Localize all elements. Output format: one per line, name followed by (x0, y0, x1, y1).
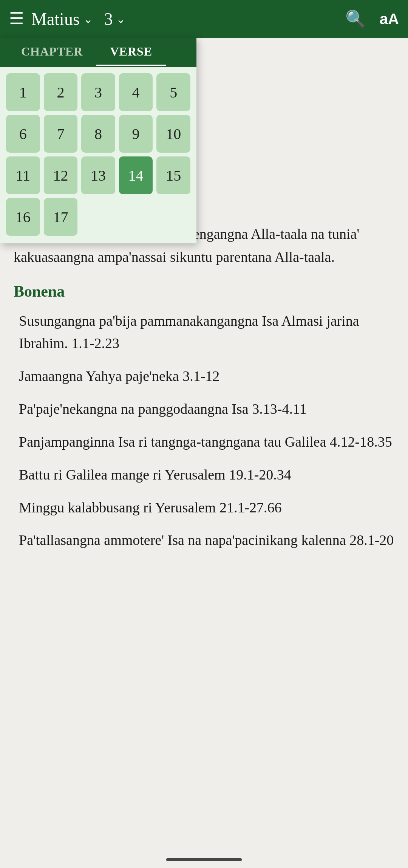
hamburger-icon[interactable]: ☰ (9, 11, 24, 27)
chapter-cell-1[interactable]: 1 (6, 73, 40, 111)
search-icon[interactable]: 🔍 (345, 9, 366, 29)
chapter-verse-dropdown: CHAPTER VERSE 1 2 3 4 5 6 7 8 9 10 11 12… (0, 38, 196, 243)
chapter-cell-13[interactable]: 13 (81, 156, 115, 194)
toc-entry-3: Pa'paje'nekangna na panggodaangna Isa 3.… (14, 398, 394, 420)
chapter-cell-3[interactable]: 3 (81, 73, 115, 111)
chapter-cell-10[interactable]: 10 (156, 115, 190, 153)
tab-chapter[interactable]: CHAPTER (8, 38, 96, 66)
chapter-cell-15[interactable]: 15 (156, 156, 190, 194)
chapter-chevron-icon: ⌄ (116, 12, 125, 26)
toc-entry-7: Pa'tallasangna ammotere' Isa na napa'pac… (14, 529, 394, 551)
chapter-picker: 1 2 3 4 5 6 7 8 9 10 11 12 13 14 15 16 1… (0, 67, 196, 243)
section-heading-bonena: Bonena (14, 279, 394, 304)
toc-entry-5: Battu ri Galilea mange ri Yerusalem 19.1… (14, 464, 394, 486)
chapter-cell-7[interactable]: 7 (44, 115, 78, 153)
chapter-cell-4[interactable]: 4 (119, 73, 153, 111)
chapter-verse-tabs: CHAPTER VERSE (0, 38, 196, 67)
toc-entry-2: Jamaangna Yahya paje'neka 3.1-12 (14, 365, 394, 387)
chapter-cell-11[interactable]: 11 (6, 156, 40, 194)
toc-entry-1: Susungangna pa'bija pammanakangangna Isa… (14, 310, 394, 354)
chapter-cell-17[interactable]: 17 (44, 198, 78, 236)
chapter-cell-2[interactable]: 2 (44, 73, 78, 111)
chapter-cell-14[interactable]: 14 (119, 156, 153, 194)
font-size-icon[interactable]: aA (380, 11, 399, 28)
chapter-cell-9[interactable]: 9 (119, 115, 153, 153)
book-title-button[interactable]: Matius ⌄ (31, 9, 93, 29)
book-chevron-icon: ⌄ (83, 12, 93, 26)
chapter-cell-6[interactable]: 6 (6, 115, 40, 153)
toc-entry-4: Panjampanginna Isa ri tangnga-tangngana … (14, 431, 394, 453)
chapter-cell-16[interactable]: 16 (6, 198, 40, 236)
chapter-grid: 1 2 3 4 5 6 7 8 9 10 11 12 13 14 15 16 1… (6, 73, 190, 236)
chapter-cell-8[interactable]: 8 (81, 115, 115, 153)
navbar: ☰ Matius ⌄ 3 ⌄ 🔍 aA (0, 0, 408, 38)
home-indicator (166, 858, 242, 861)
chapter-number: 3 (104, 9, 113, 29)
navbar-icons: 🔍 aA (345, 9, 399, 29)
chapter-selector[interactable]: 3 ⌄ (104, 9, 125, 29)
tab-verse[interactable]: VERSE (96, 38, 166, 66)
chapter-cell-5[interactable]: 5 (156, 73, 190, 111)
book-title: Matius (31, 9, 80, 29)
chapter-cell-12[interactable]: 12 (44, 156, 78, 194)
toc-entry-6: Minggu kalabbusang ri Yerusalem 21.1-27.… (14, 497, 394, 519)
